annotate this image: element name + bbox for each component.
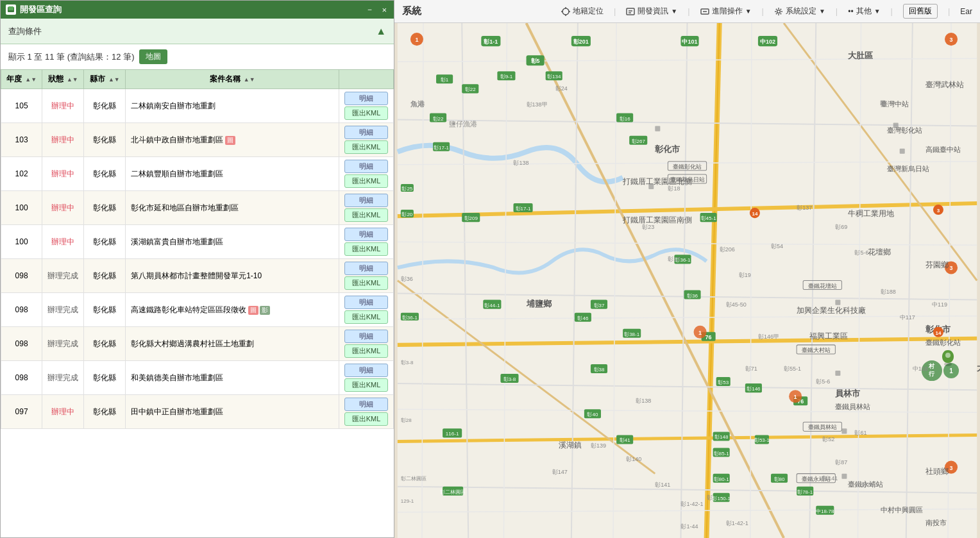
devinfo-tool[interactable]: 開發資訊 ▼ bbox=[626, 6, 677, 17]
svg-text:彰52: 彰52 bbox=[822, 436, 834, 442]
svg-text:14: 14 bbox=[936, 330, 942, 336]
detail-button[interactable]: 明細 bbox=[344, 194, 388, 207]
th-year[interactable]: 年度 ▲▼ bbox=[1, 70, 42, 89]
svg-text:中118: 中118 bbox=[913, 366, 928, 372]
svg-text:彰44-1: 彰44-1 bbox=[484, 303, 500, 308]
kml-button[interactable]: 匯出KML bbox=[344, 412, 388, 426]
cell-status: 辦理中 bbox=[42, 123, 84, 157]
svg-text:彰二林圓區: 彰二林圓區 bbox=[440, 489, 466, 495]
cell-actions: 明細匯出KML bbox=[339, 225, 394, 259]
svg-text:彰206: 彰206 bbox=[720, 246, 735, 253]
back-button[interactable]: 回舊版 bbox=[903, 4, 938, 19]
detail-button[interactable]: 明細 bbox=[344, 330, 388, 343]
svg-text:彰24: 彰24 bbox=[555, 85, 568, 92]
cell-county: 彰化縣 bbox=[84, 361, 126, 395]
svg-text:129-1: 129-1 bbox=[401, 498, 414, 504]
svg-text:彰141: 彰141 bbox=[655, 482, 670, 488]
cell-actions: 明細匯出KML bbox=[339, 395, 394, 429]
svg-text:彰45-50: 彰45-50 bbox=[726, 301, 747, 308]
svg-text:1: 1 bbox=[794, 394, 797, 400]
cell-county: 彰化縣 bbox=[84, 327, 126, 361]
svg-point-102 bbox=[945, 353, 950, 358]
detail-button[interactable]: 明細 bbox=[344, 160, 388, 173]
svg-text:中村中興圓區: 中村中興圓區 bbox=[881, 506, 923, 514]
advanced-tool[interactable]: 進階操作 ▼ bbox=[700, 6, 752, 17]
svg-text:彰17: 彰17 bbox=[668, 256, 680, 262]
svg-text:1: 1 bbox=[415, 37, 418, 43]
settings-tool[interactable]: 系統設定 ▼ bbox=[774, 6, 825, 17]
svg-text:臺鐵員林站: 臺鐵員林站 bbox=[808, 424, 837, 430]
kml-button[interactable]: 匯出KML bbox=[344, 276, 388, 290]
svg-text:彰36: 彰36 bbox=[401, 276, 413, 282]
detail-button[interactable]: 明細 bbox=[344, 228, 388, 241]
minimize-button[interactable]: － bbox=[364, 4, 376, 15]
cell-actions: 明細匯出KML bbox=[339, 89, 394, 123]
svg-text:76: 76 bbox=[705, 334, 712, 340]
detail-button[interactable]: 明細 bbox=[344, 398, 388, 411]
svg-text:中102: 中102 bbox=[760, 38, 775, 45]
location-label: 地籍定位 bbox=[573, 6, 604, 17]
table-header-row: 年度 ▲▼ 狀態 ▲▼ 縣市 ▲▼ 案件名稱 ▲ bbox=[1, 70, 394, 89]
location-tool[interactable]: 地籍定位 bbox=[561, 6, 604, 17]
kml-button[interactable]: 匯出KML bbox=[344, 344, 388, 358]
close-button[interactable]: × bbox=[380, 4, 389, 15]
kml-button[interactable]: 匯出KML bbox=[344, 378, 388, 392]
svg-text:溪湖鎮: 溪湖鎮 bbox=[559, 441, 582, 450]
svg-text:鹽仔漁港: 鹽仔漁港 bbox=[449, 120, 477, 128]
detail-button[interactable]: 明細 bbox=[344, 364, 388, 377]
detail-button[interactable]: 明細 bbox=[344, 126, 388, 139]
svg-text:彰5-6: 彰5-6 bbox=[816, 378, 830, 385]
detail-button[interactable]: 明細 bbox=[344, 92, 388, 105]
svg-text:彰36: 彰36 bbox=[687, 293, 698, 299]
red-badge: 圖 bbox=[225, 136, 235, 145]
other-label: 其他 bbox=[856, 6, 872, 17]
query-bar-label: 查詢條件 bbox=[8, 26, 42, 37]
other-tool[interactable]: •• 其他 ▼ bbox=[848, 6, 880, 17]
kml-button[interactable]: 匯出KML bbox=[344, 140, 388, 154]
cell-county: 彰化縣 bbox=[84, 225, 126, 259]
svg-text:彰53-1: 彰53-1 bbox=[754, 437, 770, 443]
query-toggle-button[interactable]: ▲ bbox=[376, 26, 386, 37]
svg-text:臺鐵花壇站: 臺鐵花壇站 bbox=[808, 283, 837, 289]
map-background[interactable]: 1 3 3 3 彰1-1 彰5 彰201 中101 中102 bbox=[394, 23, 980, 538]
svg-text:打鐵厝工業園區南側: 打鐵厝工業園區南側 bbox=[622, 215, 692, 224]
svg-text:彰267: 彰267 bbox=[632, 139, 646, 144]
cell-actions: 明細匯出KML bbox=[339, 123, 394, 157]
svg-text:彰3-8: 彰3-8 bbox=[503, 376, 516, 382]
table-row: 098辦理完成彰化縣和美鎮德美自辦市地重劃區明細匯出KML bbox=[1, 361, 394, 395]
th-county[interactable]: 縣市 ▲▼ bbox=[84, 70, 126, 89]
kml-button[interactable]: 匯出KML bbox=[344, 310, 388, 324]
svg-point-12 bbox=[777, 10, 780, 13]
svg-text:臺鐵彰化站: 臺鐵彰化站 bbox=[925, 339, 961, 346]
th-name[interactable]: 案件名稱 ▲▼ bbox=[126, 70, 339, 89]
map-button[interactable]: 地圖 bbox=[139, 49, 167, 64]
cell-name: 和美鎮德美自辦市地重劃區 bbox=[126, 361, 339, 395]
svg-text:彰17-1: 彰17-1 bbox=[434, 145, 450, 151]
cell-status: 辦理中 bbox=[42, 157, 84, 191]
svg-text:彰138甲: 彰138甲 bbox=[527, 101, 548, 108]
cell-year: 098 bbox=[1, 293, 42, 327]
svg-text:彰3-8: 彰3-8 bbox=[401, 360, 414, 366]
th-status[interactable]: 狀態 ▲▼ bbox=[42, 70, 84, 89]
svg-rect-7 bbox=[627, 8, 634, 15]
svg-text:3: 3 bbox=[937, 208, 940, 214]
kml-button[interactable]: 匯出KML bbox=[344, 242, 388, 256]
cell-year: 097 bbox=[1, 395, 42, 429]
kml-button[interactable]: 匯出KML bbox=[344, 106, 388, 120]
kml-button[interactable]: 匯出KML bbox=[344, 208, 388, 222]
svg-text:彰188: 彰188 bbox=[881, 289, 896, 295]
svg-text:彰54: 彰54 bbox=[771, 243, 783, 249]
svg-text:彰71: 彰71 bbox=[745, 366, 757, 372]
svg-text:彰150-1: 彰150-1 bbox=[712, 496, 731, 501]
detail-button[interactable]: 明細 bbox=[344, 296, 388, 309]
svg-text:彰201: 彰201 bbox=[573, 38, 589, 45]
cell-name: 彰化縣大村鄉過溝農村社區土地重劃 bbox=[126, 327, 339, 361]
detail-button[interactable]: 明細 bbox=[344, 262, 388, 275]
svg-text:彰146: 彰146 bbox=[747, 386, 761, 392]
cell-status: 辦理完成 bbox=[42, 259, 84, 293]
cell-name: 二林鎮南安自辦市地重劃 bbox=[126, 89, 339, 123]
svg-text:福興工業區: 福興工業區 bbox=[809, 332, 848, 340]
cell-status: 辦理中 bbox=[42, 191, 84, 225]
svg-text:彰141: 彰141 bbox=[822, 475, 838, 482]
kml-button[interactable]: 匯出KML bbox=[344, 174, 388, 188]
